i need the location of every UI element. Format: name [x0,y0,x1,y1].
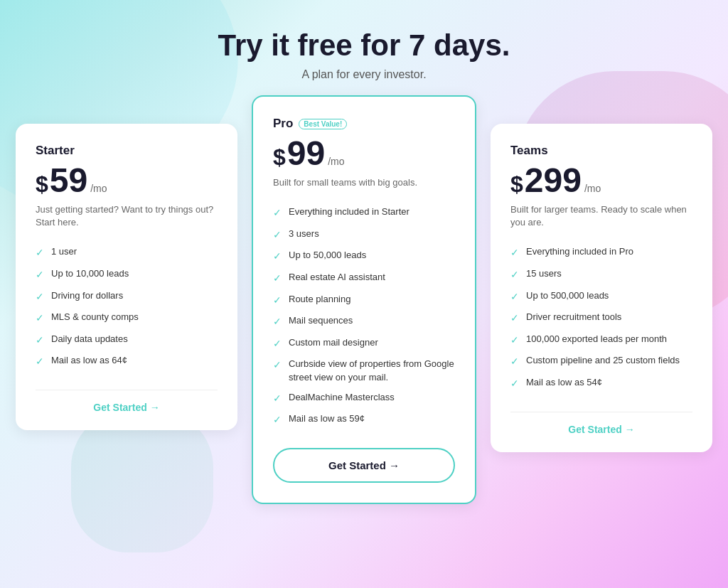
currency-teams: $ [510,173,523,196]
plan-name-starter: Starter [36,144,218,158]
check-icon: ✓ [510,246,519,260]
plan-price-starter: $59/mo [36,164,218,198]
list-item: ✓1 user [36,242,218,264]
list-item: ✓Driving for dollars [36,286,218,308]
plan-price-teams: $299/mo [510,164,692,198]
list-item: ✓Mail as low as 59¢ [273,409,455,431]
currency-pro: $ [273,146,286,169]
list-item: ✓Route planning [273,289,455,311]
plan-card-teams: Teams $299/mo Built for larger teams. Re… [491,124,712,452]
check-icon: ✓ [273,413,282,427]
check-icon: ✓ [273,358,282,373]
check-icon: ✓ [36,246,44,260]
divider [510,412,692,412]
check-icon: ✓ [36,290,44,304]
plan-description-pro: Built for small teams with big goals. [273,176,455,189]
check-icon: ✓ [273,392,282,406]
period-starter: /mo [90,183,107,193]
list-item: ✓3 users [273,224,455,246]
plan-description-starter: Just getting started? Want to try things… [36,203,218,229]
list-item: ✓Up to 500,000 leads [510,286,692,308]
list-item: ✓MLS & county comps [36,307,218,329]
list-item: ✓100,000 exported leads per month [510,329,692,351]
list-item: ✓Driver recruitment tools [510,307,692,329]
page-subtitle: A plan for every investor. [301,68,426,81]
plan-card-pro: Pro Best Value! $99/mo Built for small t… [252,95,476,504]
check-icon: ✓ [273,250,282,264]
plan-name-teams: Teams [510,144,692,158]
check-icon: ✓ [510,311,519,326]
period-pro: /mo [328,156,344,166]
get-started-button-pro[interactable]: Get Started → [273,448,455,483]
list-item: ✓Up to 50,000 leads [273,245,455,267]
list-item: ✓Real estate AI assistant [273,267,455,289]
check-icon: ✓ [273,315,282,329]
check-icon: ✓ [510,290,519,304]
check-icon: ✓ [36,355,44,369]
page-container: Try it free for 7 days. A plan for every… [0,0,728,533]
currency-starter: $ [36,173,48,196]
list-item: ✓15 users [510,264,692,286]
list-item: ✓Daily data updates [36,329,218,351]
list-item: ✓Custom mail designer [273,333,455,355]
best-value-badge: Best Value! [299,119,347,129]
check-icon: ✓ [36,333,44,348]
list-item: ✓Everything included in Pro [510,242,692,264]
features-list-starter: ✓1 user ✓Up to 10,000 leads ✓Driving for… [36,242,218,373]
list-item: ✓Custom pipeline and 25 custom fields [510,351,692,373]
get-started-link-teams[interactable]: Get Started → [510,424,692,435]
list-item: ✓Mail as low as 64¢ [36,351,218,373]
plan-name-pro: Pro Best Value! [273,117,455,131]
check-icon: ✓ [510,377,519,391]
check-icon: ✓ [36,311,44,326]
list-item: ✓Mail as low as 54¢ [510,373,692,395]
plan-description-teams: Built for larger teams. Ready to scale w… [510,203,692,229]
plan-price-pro: $99/mo [273,137,455,171]
check-icon: ✓ [273,294,282,308]
check-icon: ✓ [510,355,519,369]
check-icon: ✓ [273,206,282,220]
plan-card-starter: Starter $59/mo Just getting started? Wan… [16,124,237,430]
check-icon: ✓ [273,337,282,351]
check-icon: ✓ [510,268,519,282]
list-item: ✓Up to 10,000 leads [36,264,218,286]
check-icon: ✓ [36,268,44,282]
check-icon: ✓ [273,228,282,242]
get-started-link-starter[interactable]: Get Started → [36,402,218,413]
list-item: ✓Everything included in Starter [273,202,455,224]
plans-container: Starter $59/mo Just getting started? Wan… [16,109,712,504]
period-teams: /mo [584,183,601,193]
divider [36,390,218,390]
list-item: ✓Curbside view of properties from Google… [273,354,455,387]
page-title: Try it free for 7 days. [218,28,510,63]
features-list-pro: ✓Everything included in Starter ✓3 users… [273,202,455,431]
features-list-teams: ✓Everything included in Pro ✓15 users ✓U… [510,242,692,394]
list-item: ✓DealMachine Masterclass [273,387,455,410]
check-icon: ✓ [273,272,282,286]
list-item: ✓Mail sequences [273,311,455,333]
check-icon: ✓ [510,333,519,348]
